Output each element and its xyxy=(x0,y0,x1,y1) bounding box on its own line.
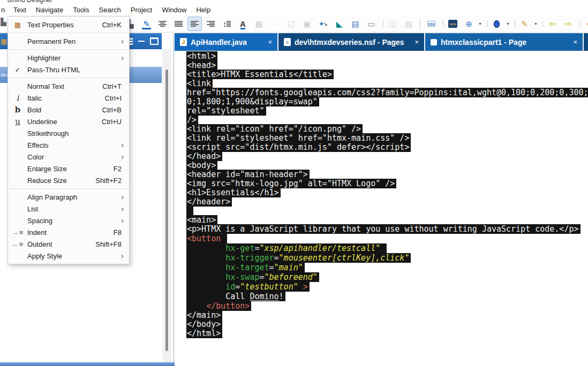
design-mode-icon[interactable]: ◣ xyxy=(332,17,346,31)
code-line-10[interactable]: <link rel="stylesheet" href="htmx-main.c… xyxy=(186,134,588,143)
tab-close-icon[interactable]: × xyxy=(265,38,272,46)
code-line-17[interactable]: </header> xyxy=(186,197,588,207)
menu-item-permanent-pen[interactable]: Permanent Pen› xyxy=(8,35,129,47)
back-icon[interactable]: ⇦ xyxy=(583,17,588,31)
toolbar-overflow-dots[interactable]: ⋮ xyxy=(484,20,488,27)
tab-apihandler-java[interactable]: JApiHandler.java× xyxy=(175,33,277,51)
menu-item-color[interactable]: Color› xyxy=(8,151,129,163)
code-line-26[interactable]: id="testbutton" > xyxy=(186,282,588,292)
create-element-icon[interactable]: ★↘ xyxy=(316,17,330,31)
debug-dropdown-caret[interactable]: ▾ xyxy=(506,21,510,26)
align-right-icon[interactable] xyxy=(203,17,218,31)
menu-item-label: Permanent Pen xyxy=(27,37,121,45)
menu-item-reduce-size[interactable]: Reduce SizeShift+F2 xyxy=(8,174,129,186)
code-line-22[interactable]: hx-get="xsp/apihandler/testcall" xyxy=(186,243,588,253)
menu-item-italic[interactable]: iItalicCtrl+I xyxy=(8,92,129,104)
menu-item-highlighter[interactable]: Highlighter› xyxy=(8,52,129,64)
code-line-6[interactable]: 0;1,800;1,900&display=swap" xyxy=(186,97,588,106)
code-line-4[interactable]: <link xyxy=(186,79,588,88)
code-line-15[interactable]: <img src="htmx-logo.jpg" alt="HTMX Logo"… xyxy=(186,179,588,188)
collapsed-panel-bar[interactable] xyxy=(0,362,177,366)
code-line-12[interactable]: </head> xyxy=(186,152,588,161)
code-line-23[interactable]: hx-trigger="mouseenter[ctrlKey],click" xyxy=(186,253,588,263)
menubar-item-tools[interactable]: Tools xyxy=(68,4,94,16)
layout-icon[interactable]: ▤ xyxy=(348,17,363,31)
sidebar-scrollbar[interactable] xyxy=(162,49,171,366)
code-line-31[interactable]: </html> xyxy=(186,329,588,338)
toolbar-overflow-dots[interactable]: ⋮ xyxy=(380,20,384,27)
menu-item-text-properties[interactable]: ▦Text PropertiesCtrl+K xyxy=(8,19,129,30)
menu-item-indent[interactable]: →≡IndentF8 xyxy=(8,226,129,238)
code-line-11[interactable]: <script src="dist/htmx.min.js" defer></s… xyxy=(186,143,588,152)
back-new-icon[interactable]: ⇦ xyxy=(545,17,560,31)
code-line-29[interactable]: </main> xyxy=(186,311,588,320)
menu-item-align-paragraph[interactable]: Align Paragraph› xyxy=(8,191,129,203)
line-spacing-icon[interactable]: ↕ xyxy=(220,17,234,31)
menu-item-bold[interactable]: bBoldCtrl+B xyxy=(8,104,129,116)
code-line-24[interactable]: hx-target="main" xyxy=(186,263,588,272)
preview-notes-icon[interactable]: ≈≈ xyxy=(446,17,460,31)
launch-dropdown-caret[interactable]: ▾ xyxy=(533,21,538,26)
menu-item-pass-thru-html[interactable]: ✓Pass-Thru HTML xyxy=(8,64,129,75)
align-center-icon[interactable] xyxy=(155,17,170,31)
menu-item-spacing[interactable]: Spacing› xyxy=(8,215,129,226)
tab-dev-htmxdevseries-nsf-pages[interactable]: ≡dev\htmxdevseries.nsf - Pages× xyxy=(278,33,424,51)
tab-close-icon[interactable]: × xyxy=(411,38,419,46)
permanent-pen-icon[interactable]: ✎ xyxy=(139,17,154,31)
code-line-7[interactable]: rel="stylesheet" xyxy=(186,106,588,116)
code-line-30[interactable]: </body> xyxy=(186,320,588,329)
menubar-item-navigate[interactable]: Navigate xyxy=(31,4,68,16)
code-line-16[interactable]: <h1>Essentials</h1> xyxy=(186,188,588,197)
code-line-8[interactable]: /> xyxy=(186,116,588,125)
code-line-14[interactable]: <header id="main-header"> xyxy=(186,170,588,179)
code-line-18[interactable] xyxy=(186,207,588,216)
menu-item-enlarge-size[interactable]: Enlarge SizeF2 xyxy=(8,163,129,174)
menubar-overflow-item[interactable]: n xyxy=(0,6,9,14)
menu-item-strikethrough[interactable]: Strikethrough xyxy=(8,127,129,139)
launch-icon[interactable]: ✎ xyxy=(517,17,532,31)
menubar-item-text[interactable]: Text xyxy=(9,4,31,16)
code-line-13[interactable]: <body> xyxy=(186,161,588,170)
forward-new-icon[interactable]: ⇨ xyxy=(561,17,576,31)
tab-htmxclassicpart1-page[interactable]: htmxclassicpart1 - Page× xyxy=(425,33,583,51)
menu-item-apply-style[interactable]: Apply Style› xyxy=(8,250,129,262)
menu-item-list[interactable]: List› xyxy=(8,203,129,215)
code-line-9[interactable]: <link rel="icon" href="/icon.png" /> xyxy=(186,125,588,134)
sidebar-scrollbar-thumb[interactable] xyxy=(165,70,168,351)
menu-item-effects[interactable]: Effects› xyxy=(8,139,129,151)
ruler-icon[interactable]: ▭ xyxy=(364,17,379,31)
binary-view-icon[interactable]: 010 xyxy=(424,17,439,31)
toolbar-overflow-dots[interactable]: ⋮ xyxy=(577,20,581,27)
menubar-item-search[interactable]: Search xyxy=(94,4,126,16)
preview-browser-dropdown-caret[interactable]: ▾ xyxy=(478,21,483,26)
toolbar-overflow-dots[interactable]: ⋮ xyxy=(512,20,516,27)
toolbar-overflow-dots[interactable]: ⋮ xyxy=(440,20,444,27)
tab-close-icon[interactable]: × xyxy=(570,38,577,46)
code-line-21[interactable]: <button xyxy=(186,234,588,243)
menubar-item-help[interactable]: Help xyxy=(191,4,215,16)
code-line-27[interactable]: Call Domino! xyxy=(186,292,588,301)
justify-icon[interactable] xyxy=(171,17,186,31)
menu-item-normal-text[interactable]: Normal TextCtrl+T xyxy=(8,80,129,92)
code-line-1[interactable]: <html> xyxy=(186,52,588,61)
text-properties-toolbar-icon[interactable]: ▙ xyxy=(1,18,7,26)
code-line-28[interactable]: </button> xyxy=(186,301,588,311)
page-source-editor[interactable]: <html><head><title>HTMX Essentials</titl… xyxy=(175,51,588,366)
text-color-icon[interactable]: A xyxy=(236,17,250,31)
menu-item-underline[interactable]: uUnderlineCtrl+U xyxy=(8,116,129,127)
align-left-icon[interactable] xyxy=(187,17,202,31)
debug-icon[interactable] xyxy=(489,17,504,31)
preview-browser-icon[interactable]: ⊕ xyxy=(462,17,476,31)
code-line-19[interactable]: <main> xyxy=(186,216,588,225)
code-line-5[interactable]: href="https://fonts.googleapis.com/css2?… xyxy=(186,88,588,97)
panel-restore-icon[interactable] xyxy=(150,37,159,45)
code-line-25[interactable]: hx-swap="beforeend" xyxy=(186,272,588,282)
panel-minimize-icon[interactable] xyxy=(138,41,145,42)
code-line-2[interactable]: <head> xyxy=(186,61,588,70)
menubar-item-window[interactable]: Window xyxy=(157,4,191,16)
toolbar-overflow-dots[interactable]: ⋮ xyxy=(540,20,544,27)
code-line-3[interactable]: <title>HTMX Essentials</title> xyxy=(186,70,588,79)
menubar-item-project[interactable]: Project xyxy=(126,4,157,16)
menu-item-outdent[interactable]: ←≡OutdentShift+F8 xyxy=(8,238,129,250)
code-line-20[interactable]: <p>HTMX is a JavaScript library that you… xyxy=(186,225,588,234)
